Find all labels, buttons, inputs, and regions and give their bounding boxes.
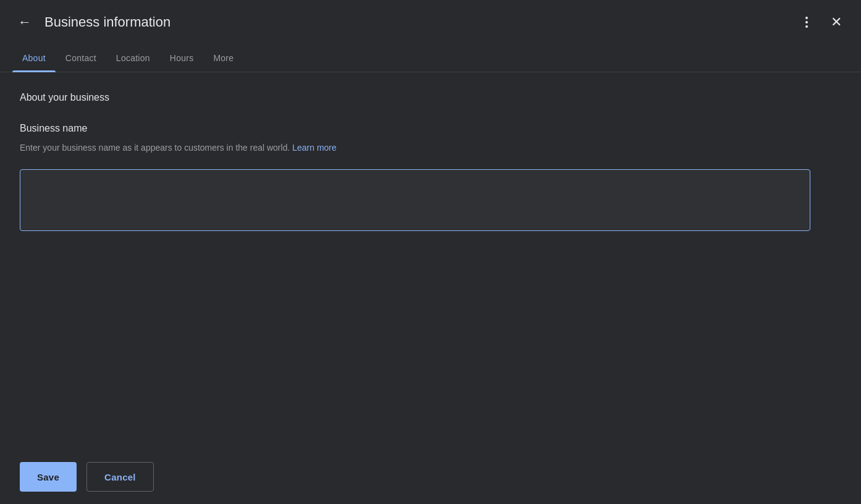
- header: ← Business information ✕: [0, 0, 861, 44]
- tab-location[interactable]: Location: [106, 44, 160, 72]
- close-icon: ✕: [831, 14, 842, 30]
- tab-contact[interactable]: Contact: [56, 44, 106, 72]
- field-description: Enter your business name as it appears t…: [20, 141, 841, 154]
- more-options-button[interactable]: [794, 10, 819, 35]
- tab-about[interactable]: About: [12, 44, 56, 72]
- vertical-dots-icon: [805, 17, 808, 28]
- app-container: ← Business information ✕ About Contact L…: [0, 0, 861, 504]
- close-button[interactable]: ✕: [824, 10, 849, 35]
- business-name-input[interactable]: [20, 169, 810, 231]
- back-button[interactable]: ←: [12, 10, 37, 35]
- tab-hours[interactable]: Hours: [160, 44, 204, 72]
- tabs-bar: About Contact Location Hours More: [0, 44, 861, 72]
- learn-more-link[interactable]: Learn more: [292, 143, 337, 153]
- footer: Save Cancel: [0, 450, 861, 504]
- section-title: About your business: [20, 92, 841, 103]
- cancel-button[interactable]: Cancel: [86, 462, 154, 492]
- field-label: Business name: [20, 123, 841, 134]
- save-button[interactable]: Save: [20, 462, 77, 492]
- main-content: About your business Business name Enter …: [0, 72, 861, 450]
- page-title: Business information: [44, 14, 794, 30]
- header-actions: ✕: [794, 10, 849, 35]
- back-arrow-icon: ←: [18, 15, 32, 29]
- tab-more[interactable]: More: [203, 44, 243, 72]
